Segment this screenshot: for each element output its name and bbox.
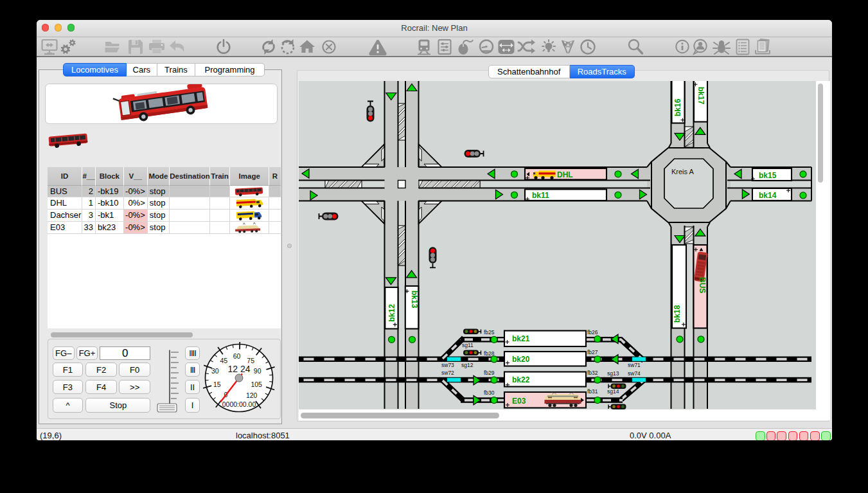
svg-text:60: 60 — [233, 352, 241, 360]
svg-text:bk20: bk20 — [512, 355, 530, 364]
svg-text:0000:00.00: 0000:00.00 — [222, 400, 256, 408]
svg-text:fb29: fb29 — [484, 370, 495, 376]
svg-text:fb25: fb25 — [484, 329, 495, 336]
svg-text:fb31: fb31 — [587, 388, 598, 395]
svg-text:sw71: sw71 — [628, 362, 641, 368]
svg-text:105: 105 — [251, 381, 262, 388]
svg-text:BUS: BUS — [698, 277, 707, 293]
svg-text:fb30: fb30 — [484, 390, 495, 396]
svg-text:45: 45 — [220, 357, 227, 364]
svg-text:fb26: fb26 — [587, 329, 598, 336]
svg-text:30: 30 — [211, 367, 219, 375]
svg-text:sg12: sg12 — [461, 362, 474, 368]
svg-text:bk22: bk22 — [512, 375, 530, 384]
svg-text:bk18: bk18 — [673, 305, 682, 323]
svg-text:DHL: DHL — [557, 170, 573, 179]
svg-text:90: 90 — [254, 367, 261, 375]
svg-text:bk21: bk21 — [512, 334, 530, 343]
svg-text:sw72: sw72 — [441, 370, 454, 376]
svg-text:E03: E03 — [512, 397, 526, 406]
svg-text:sw73: sw73 — [441, 362, 454, 368]
svg-text:fb28: fb28 — [484, 350, 495, 357]
svg-text:bk14: bk14 — [759, 191, 777, 200]
svg-text:bk15: bk15 — [759, 171, 777, 180]
svg-text:fb27: fb27 — [587, 349, 598, 355]
svg-text:bk16: bk16 — [673, 98, 682, 116]
svg-text:12 24: 12 24 — [227, 364, 250, 374]
svg-text:sw74: sw74 — [628, 370, 641, 377]
svg-text:sg13: sg13 — [607, 370, 619, 377]
svg-text:fb32: fb32 — [587, 370, 598, 376]
svg-text:bk11: bk11 — [532, 191, 549, 200]
svg-text:bk13: bk13 — [410, 291, 419, 309]
svg-text:120: 120 — [246, 391, 258, 399]
svg-text:sg14: sg14 — [607, 388, 619, 395]
svg-text:15: 15 — [213, 381, 221, 388]
svg-text:sg11: sg11 — [462, 342, 474, 348]
svg-text:Kreis A: Kreis A — [671, 168, 695, 175]
svg-text:bk17: bk17 — [696, 87, 705, 105]
svg-text:bk12: bk12 — [387, 304, 396, 322]
